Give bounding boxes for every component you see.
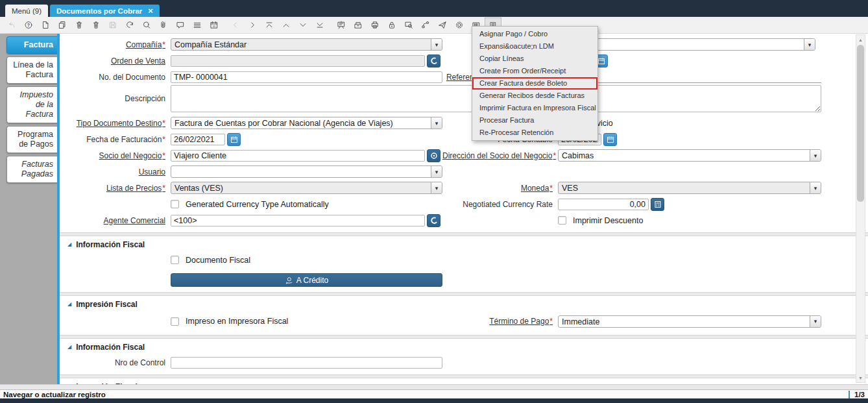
detail-record-icon[interactable] [295, 18, 311, 33]
report-icon[interactable] [333, 18, 350, 33]
sidebar-tab-linea-factura[interactable]: Línea de la Factura [6, 56, 57, 84]
chevron-down-icon[interactable] [431, 39, 442, 50]
row-fechas: Fecha de Facturación Fecha Contable [60, 131, 868, 147]
calculator-icon[interactable] [651, 198, 664, 211]
orden-venta-input[interactable] [171, 55, 425, 67]
sidebar-tab-factura[interactable]: Factura [6, 36, 57, 54]
fecha-facturacion-field [171, 133, 442, 146]
fecha-facturacion-input[interactable] [171, 134, 225, 145]
socio-input[interactable] [171, 150, 425, 162]
agente-input[interactable] [171, 215, 425, 226]
impreso-fiscal-checkbox[interactable] [171, 317, 179, 326]
close-tab-icon[interactable]: × [148, 6, 153, 15]
last-record-icon[interactable] [311, 18, 328, 33]
nro-control-input[interactable] [171, 357, 442, 369]
tipo-documento-select[interactable]: Factura de Cuentas por Cobrar Nacional (… [171, 117, 442, 129]
moneda-select[interactable]: VES [558, 182, 821, 194]
menu-item-generar-recibos[interactable]: Generar Recibos desde Facturas [472, 90, 597, 102]
direccion-socio-select[interactable]: Cabimas [558, 149, 821, 162]
lista-precios-select[interactable]: Ventas (VES) [171, 182, 442, 194]
calendar-icon[interactable] [603, 133, 617, 146]
scroll-down-icon[interactable] [856, 373, 865, 382]
tab-sidebar: Factura Línea de la Factura Impuesto de … [0, 34, 57, 384]
send-mail-icon[interactable] [434, 18, 451, 33]
menu-item-crear-factura-desde-boleto[interactable]: Crear Factura desde Boleto [472, 77, 597, 90]
row-tipo-documento: Tipo Documento Destino Factura de Cuenta… [60, 115, 868, 131]
refresh-icon[interactable] [121, 18, 138, 33]
generated-currency-checkbox[interactable] [171, 200, 179, 208]
impreso-fiscal-label: Impreso en Impresora Fiscal [186, 317, 288, 326]
new-record-icon[interactable] [37, 18, 54, 33]
delete-selection-icon[interactable] [88, 18, 104, 33]
parent-record-icon[interactable] [278, 18, 295, 33]
chevron-down-icon[interactable] [431, 182, 442, 193]
section-informacion-fiscal[interactable]: Información Fiscal [60, 236, 868, 252]
section-informacion-fiscal-2[interactable]: Información Fiscal [60, 339, 868, 354]
help-icon[interactable]: ? [20, 18, 37, 33]
impreso-fiscal-field: Impreso en Impresora Fiscal [171, 317, 442, 326]
vertical-scrollbar[interactable] [856, 34, 865, 383]
record-position: 1/3 [849, 391, 865, 398]
status-bar: Navegar o actualizar registro 1/3 [0, 389, 868, 398]
attachment-icon[interactable] [155, 18, 172, 33]
chevron-down-icon[interactable] [810, 182, 821, 193]
agente-zoom-button[interactable] [427, 214, 440, 227]
section-impresion-fiscal[interactable]: Impresión Fiscal [60, 296, 868, 311]
menu-item-copiar-lineas[interactable]: Copiar Líneas [472, 53, 597, 65]
chevron-right-icon[interactable] [244, 18, 261, 33]
no-documento-input[interactable] [171, 71, 442, 83]
documento-fiscal-checkbox[interactable] [171, 256, 179, 264]
section-title: Información Fiscal [76, 240, 145, 249]
orden-venta-zoom-button[interactable] [427, 55, 440, 67]
menu-item-reprocesar-retencion[interactable]: Re-Procesar Retención [472, 127, 597, 139]
workflow-icon[interactable] [417, 18, 434, 33]
chevron-down-icon[interactable] [804, 39, 815, 50]
toggle-grid-icon[interactable] [189, 18, 206, 33]
copy-record-icon[interactable] [54, 18, 71, 33]
documento-fiscal-field: Documento Fiscal [171, 256, 442, 265]
calendar-requests-icon[interactable]: 31 [206, 18, 223, 33]
scrollbar-thumb[interactable] [857, 45, 864, 202]
sidebar-tab-impuesto-factura[interactable]: Impuesto de la Factura [6, 86, 57, 123]
collapse-triangle-icon[interactable] [67, 302, 71, 307]
imprimir-descuento-checkbox[interactable] [558, 216, 566, 225]
negotiated-rate-input[interactable] [558, 199, 649, 210]
chevron-down-icon[interactable] [431, 117, 442, 128]
section-title: Impresión Fiscal [76, 300, 138, 309]
collapse-triangle-icon[interactable] [67, 345, 71, 350]
row-agente: Agente Comercial Imprimir Descuento [60, 212, 868, 228]
chat-icon[interactable] [172, 18, 189, 33]
termino-pago-value: Immediate [559, 316, 810, 327]
zoom-across-icon[interactable] [400, 18, 417, 33]
menu-item-procesar-factura[interactable]: Procesar Factura [472, 114, 597, 127]
sidebar-tab-programa-pagos[interactable]: Programa de Pagos [6, 126, 57, 153]
process-gear-icon[interactable] [451, 18, 468, 33]
chevron-down-icon[interactable] [810, 150, 821, 161]
first-record-icon[interactable] [261, 18, 278, 33]
calendar-icon[interactable] [227, 133, 241, 146]
row-usuario: Usuario [60, 164, 868, 180]
compania-select[interactable]: Compañía Estándar [171, 38, 442, 51]
archive-icon[interactable] [350, 18, 367, 33]
collapse-triangle-icon[interactable] [67, 242, 71, 247]
termino-pago-select[interactable]: Immediate [558, 315, 821, 328]
chevron-down-icon[interactable] [810, 316, 821, 327]
menu-item-imprimir-impresora-fiscal[interactable]: Imprimir Factura en Impresora Fiscal [472, 102, 597, 114]
chevron-down-icon[interactable] [431, 166, 442, 177]
menu-item-create-from-order[interactable]: Create From Order/Receipt [472, 65, 597, 77]
delete-record-icon[interactable] [71, 18, 88, 33]
print-icon[interactable] [367, 18, 383, 33]
a-credito-button[interactable]: A Crédito [171, 273, 442, 287]
sidebar-tab-facturas-pagadas[interactable]: Facturas Pagadas [6, 156, 57, 183]
socio-info-button[interactable] [427, 149, 440, 162]
scroll-up-icon[interactable] [856, 35, 865, 44]
menu-item-expansion-ldm[interactable]: Expansi&oacute;n LDM [472, 40, 597, 53]
usuario-select[interactable] [171, 165, 442, 178]
tab-menu[interactable]: Menú (9) [5, 5, 48, 17]
moneda-label: Moneda [442, 184, 558, 193]
menu-item-asignar-pago[interactable]: Asignar Pago / Cobro [472, 28, 597, 40]
lock-icon[interactable] [383, 18, 400, 33]
find-icon[interactable] [138, 18, 155, 33]
tab-documentos-por-cobrar[interactable]: Documentos por Cobrar × [50, 5, 160, 17]
direccion-socio-value: Cabimas [559, 150, 810, 161]
